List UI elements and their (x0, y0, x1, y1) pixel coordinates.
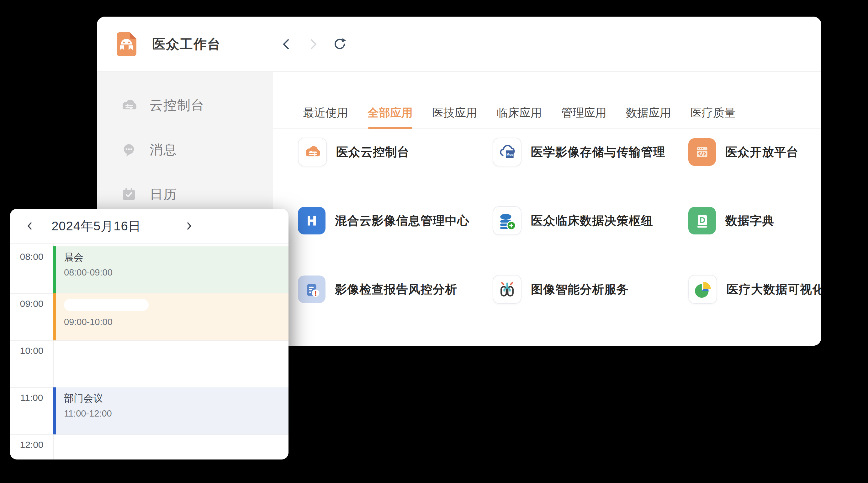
time-label: 10:00 (10, 345, 53, 356)
app-tile (298, 207, 326, 234)
app-label: 数据字典 (725, 213, 774, 229)
lungs-icon (498, 280, 516, 298)
app-tile (688, 138, 716, 166)
calendar-prev-day-button[interactable] (21, 218, 38, 234)
refresh-button[interactable] (332, 37, 346, 52)
tab-quality[interactable]: 医疗质量 (690, 105, 736, 128)
page: 医众工作台 (0, 0, 868, 483)
sidebar-item-label: 消息 (150, 141, 177, 159)
hour-row-1200: 12:00 (10, 434, 288, 459)
sidebar-item-label: 云控制台 (150, 97, 205, 114)
time-label: 11:00 (10, 392, 53, 403)
app-label: 图像智能分析服务 (531, 282, 629, 297)
calendar-header: 2024年5月16日 (10, 209, 288, 244)
app-tile (493, 206, 522, 235)
calendar-check-icon (120, 186, 138, 203)
sidebar-item-messages[interactable]: 消息 (97, 128, 273, 172)
app-label: 医众开放平台 (725, 144, 799, 160)
letter-h-icon (303, 212, 321, 230)
app-grid: 医众云控制台 Mos 医学影像存储与传输管理 (273, 129, 821, 303)
app-image-storage[interactable]: Mos 医学影像存储与传输管理 (493, 138, 688, 166)
tab-clinical-apps[interactable]: 临床应用 (497, 105, 542, 128)
code-window-icon (693, 143, 711, 161)
chevron-right-icon (183, 220, 195, 232)
main-content: 最近使用 全部应用 医技应用 临床应用 管理应用 数据应用 医疗质量 (273, 72, 821, 346)
dictionary-letter: D (700, 216, 705, 224)
refresh-icon (332, 37, 346, 52)
time-label: 09:00 (10, 298, 53, 309)
app-label: 混合云影像信息管理中心 (335, 213, 469, 229)
back-button[interactable] (279, 37, 294, 52)
app-clinical-data-hub[interactable]: 医众临床数据决策枢纽 (493, 207, 688, 234)
calendar-next-day-button[interactable] (181, 218, 197, 234)
mos-badge: Mos (506, 153, 513, 156)
database-plus-icon (498, 212, 516, 230)
calendar-panel: 2024年5月16日 08:00 09:00 10:00 11:00 (10, 209, 288, 459)
app-label: 医疗大数据可视化 (726, 282, 821, 297)
app-open-platform[interactable]: 医众开放平台 (688, 138, 821, 166)
event-title: 晨会 (64, 251, 288, 264)
app-tile (298, 276, 326, 303)
redacted-title-pill (64, 299, 149, 311)
app-label: 影像检查报告风控分析 (335, 282, 457, 297)
app-tile: D (688, 207, 716, 234)
tab-all-apps[interactable]: 全部应用 (368, 105, 413, 128)
app-report-risk-analysis[interactable]: 影像检查报告风控分析 (298, 276, 493, 303)
window-header: 医众工作台 (97, 17, 821, 72)
app-hybrid-cloud-center[interactable]: 混合云影像信息管理中心 (298, 207, 493, 234)
calendar-event-department-meeting[interactable]: 部门会议 11:00-12:00 (53, 387, 288, 434)
app-label: 医众临床数据决策枢纽 (531, 213, 653, 229)
report-warning-icon (303, 280, 321, 298)
chevron-right-icon (306, 37, 320, 51)
app-title: 医众工作台 (152, 35, 221, 53)
sidebar-item-label: 日历 (150, 186, 177, 203)
time-label: 12:00 (10, 440, 53, 450)
event-title: 部门会议 (64, 392, 288, 405)
time-label: 08:00 (10, 251, 53, 262)
chevron-left-icon (24, 220, 35, 232)
tab-medtech-apps[interactable]: 医技应用 (432, 105, 477, 128)
forward-button[interactable] (306, 37, 320, 52)
app-data-dictionary[interactable]: D 数据字典 (688, 207, 821, 234)
calendar-day-grid: 08:00 09:00 10:00 11:00 12:00 晨会 08:00-0… (10, 243, 288, 459)
app-label: 医学影像存储与传输管理 (531, 144, 665, 160)
event-time-range: 11:00-12:00 (64, 408, 288, 419)
app-tile (298, 138, 327, 166)
mos-cloud-icon: Mos (498, 143, 516, 161)
hour-row-1000: 10:00 (10, 341, 288, 388)
app-tile: Mos (493, 138, 522, 166)
tab-data-apps[interactable]: 数据应用 (626, 105, 671, 128)
app-label: 医众云控制台 (336, 144, 409, 160)
tab-management-apps[interactable]: 管理应用 (561, 105, 607, 128)
calendar-date-label: 2024年5月16日 (44, 209, 148, 243)
tab-recent[interactable]: 最近使用 (303, 105, 348, 128)
calendar-event-morning-meeting[interactable]: 晨会 08:00-09:00 (53, 246, 288, 293)
nav-controls (279, 17, 346, 71)
cloud-sliders-icon (303, 143, 321, 161)
dictionary-book-icon: D (693, 212, 711, 230)
app-cloud-console[interactable]: 医众云控制台 (298, 138, 493, 166)
app-tile (688, 275, 717, 304)
event-time-range: 09:00-10:00 (64, 316, 288, 328)
app-category-tabs: 最近使用 全部应用 医技应用 临床应用 管理应用 数据应用 医疗质量 (273, 72, 821, 129)
app-logo-icon (113, 30, 140, 58)
message-bubble-icon (120, 141, 138, 159)
app-image-ai-analysis[interactable]: 图像智能分析服务 (493, 276, 688, 303)
pie-chart-icon (694, 280, 712, 298)
app-big-data-visualization[interactable]: 医疗大数据可视化 (688, 276, 821, 303)
calendar-event-redacted[interactable]: 09:00-10:00 (53, 293, 288, 341)
sidebar-item-cloud-console[interactable]: 云控制台 (97, 83, 273, 128)
event-time-range: 08:00-09:00 (64, 266, 288, 278)
chevron-left-icon (280, 37, 293, 51)
cloud-sliders-icon (120, 97, 138, 114)
app-tile (493, 275, 522, 304)
